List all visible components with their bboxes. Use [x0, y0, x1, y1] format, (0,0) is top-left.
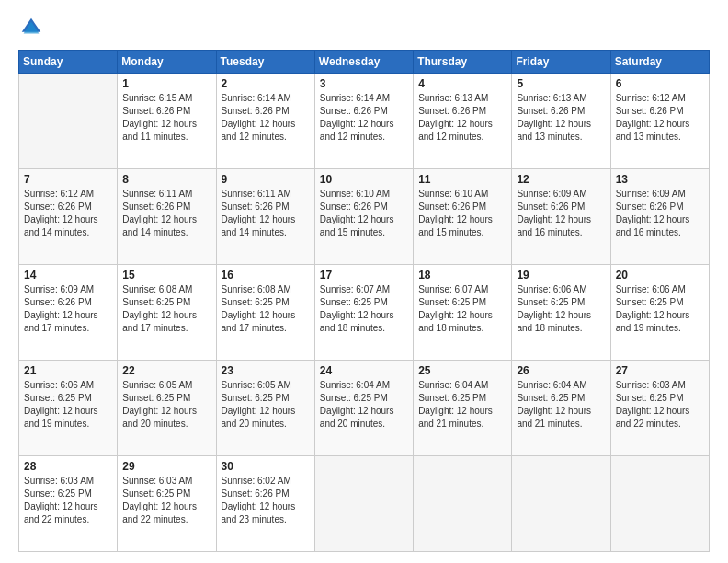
calendar-cell	[512, 456, 610, 552]
day-number: 8	[122, 173, 210, 186]
day-info: Sunrise: 6:11 AM Sunset: 6:26 PM Dayligh…	[222, 188, 310, 239]
day-info: Sunrise: 6:12 AM Sunset: 6:26 PM Dayligh…	[616, 92, 704, 144]
calendar-cell: 17Sunrise: 6:07 AM Sunset: 6:25 PM Dayli…	[314, 265, 413, 361]
calendar-cell: 27Sunrise: 6:03 AM Sunset: 6:25 PM Dayli…	[610, 361, 709, 456]
calendar-cell	[414, 456, 512, 552]
calendar-week-row: 28Sunrise: 6:03 AM Sunset: 6:25 PM Dayli…	[19, 456, 710, 552]
day-info: Sunrise: 6:09 AM Sunset: 6:26 PM Dayligh…	[517, 188, 605, 239]
calendar-cell: 19Sunrise: 6:06 AM Sunset: 6:25 PM Dayli…	[512, 265, 610, 361]
day-info: Sunrise: 6:14 AM Sunset: 6:26 PM Dayligh…	[222, 92, 310, 144]
calendar-cell: 28Sunrise: 6:03 AM Sunset: 6:25 PM Dayli…	[19, 456, 118, 552]
day-number: 27	[616, 364, 704, 377]
weekday-header-friday: Friday	[512, 51, 610, 74]
day-number: 15	[122, 269, 210, 282]
day-info: Sunrise: 6:11 AM Sunset: 6:26 PM Dayligh…	[122, 188, 210, 239]
day-number: 2	[222, 77, 310, 90]
calendar-cell: 23Sunrise: 6:05 AM Sunset: 6:25 PM Dayli…	[216, 361, 314, 456]
day-info: Sunrise: 6:03 AM Sunset: 6:25 PM Dayligh…	[122, 475, 210, 526]
weekday-header-row: SundayMondayTuesdayWednesdayThursdayFrid…	[19, 51, 710, 74]
calendar-cell: 2Sunrise: 6:14 AM Sunset: 6:26 PM Daylig…	[216, 74, 314, 169]
day-number: 14	[24, 269, 112, 282]
calendar-cell: 12Sunrise: 6:09 AM Sunset: 6:26 PM Dayli…	[512, 169, 610, 265]
day-info: Sunrise: 6:03 AM Sunset: 6:25 PM Dayligh…	[24, 475, 112, 526]
calendar-cell	[19, 74, 118, 169]
day-number: 4	[418, 77, 506, 90]
header	[18, 15, 710, 40]
calendar-cell: 24Sunrise: 6:04 AM Sunset: 6:25 PM Dayli…	[314, 361, 413, 456]
day-number: 30	[222, 460, 310, 473]
day-number: 7	[24, 173, 112, 186]
weekday-header-monday: Monday	[118, 51, 216, 74]
calendar-week-row: 7Sunrise: 6:12 AM Sunset: 6:26 PM Daylig…	[19, 169, 710, 265]
day-info: Sunrise: 6:14 AM Sunset: 6:26 PM Dayligh…	[320, 92, 408, 144]
day-info: Sunrise: 6:05 AM Sunset: 6:25 PM Dayligh…	[122, 379, 210, 431]
day-number: 5	[517, 77, 605, 90]
day-number: 29	[122, 460, 210, 473]
calendar-cell: 22Sunrise: 6:05 AM Sunset: 6:25 PM Dayli…	[118, 361, 216, 456]
day-number: 6	[616, 77, 704, 90]
weekday-header-sunday: Sunday	[19, 51, 118, 74]
calendar-cell: 21Sunrise: 6:06 AM Sunset: 6:25 PM Dayli…	[19, 361, 118, 456]
day-number: 25	[418, 364, 506, 377]
day-number: 9	[222, 173, 310, 186]
day-info: Sunrise: 6:06 AM Sunset: 6:25 PM Dayligh…	[517, 283, 605, 335]
calendar-cell: 18Sunrise: 6:07 AM Sunset: 6:25 PM Dayli…	[414, 265, 512, 361]
day-number: 16	[222, 269, 310, 282]
calendar-cell: 29Sunrise: 6:03 AM Sunset: 6:25 PM Dayli…	[118, 456, 216, 552]
calendar-cell: 16Sunrise: 6:08 AM Sunset: 6:25 PM Dayli…	[216, 265, 314, 361]
day-info: Sunrise: 6:09 AM Sunset: 6:26 PM Dayligh…	[24, 283, 112, 335]
calendar-cell: 3Sunrise: 6:14 AM Sunset: 6:26 PM Daylig…	[314, 74, 413, 169]
day-info: Sunrise: 6:08 AM Sunset: 6:25 PM Dayligh…	[122, 283, 210, 335]
calendar-table: SundayMondayTuesdayWednesdayThursdayFrid…	[18, 50, 710, 552]
day-number: 12	[517, 173, 605, 186]
day-number: 13	[616, 173, 704, 186]
logo-icon	[18, 15, 44, 40]
weekday-header-saturday: Saturday	[610, 51, 709, 74]
weekday-header-tuesday: Tuesday	[216, 51, 314, 74]
day-info: Sunrise: 6:09 AM Sunset: 6:26 PM Dayligh…	[616, 188, 704, 239]
day-number: 22	[122, 364, 210, 377]
day-number: 11	[418, 173, 506, 186]
weekday-header-thursday: Thursday	[414, 51, 512, 74]
calendar-cell: 10Sunrise: 6:10 AM Sunset: 6:26 PM Dayli…	[314, 169, 413, 265]
calendar-cell: 20Sunrise: 6:06 AM Sunset: 6:25 PM Dayli…	[610, 265, 709, 361]
calendar-cell: 4Sunrise: 6:13 AM Sunset: 6:26 PM Daylig…	[414, 74, 512, 169]
day-number: 19	[517, 269, 605, 282]
day-info: Sunrise: 6:10 AM Sunset: 6:26 PM Dayligh…	[418, 188, 506, 239]
calendar-week-row: 21Sunrise: 6:06 AM Sunset: 6:25 PM Dayli…	[19, 361, 710, 456]
day-info: Sunrise: 6:03 AM Sunset: 6:25 PM Dayligh…	[616, 379, 704, 431]
day-info: Sunrise: 6:04 AM Sunset: 6:25 PM Dayligh…	[418, 379, 506, 431]
day-number: 26	[517, 364, 605, 377]
day-number: 3	[320, 77, 408, 90]
calendar-cell: 14Sunrise: 6:09 AM Sunset: 6:26 PM Dayli…	[19, 265, 118, 361]
page: SundayMondayTuesdayWednesdayThursdayFrid…	[0, 0, 728, 563]
calendar-cell: 8Sunrise: 6:11 AM Sunset: 6:26 PM Daylig…	[118, 169, 216, 265]
day-info: Sunrise: 6:06 AM Sunset: 6:25 PM Dayligh…	[616, 283, 704, 335]
day-number: 24	[320, 364, 408, 377]
day-number: 10	[320, 173, 408, 186]
calendar-cell: 15Sunrise: 6:08 AM Sunset: 6:25 PM Dayli…	[118, 265, 216, 361]
calendar-cell	[314, 456, 413, 552]
day-info: Sunrise: 6:04 AM Sunset: 6:25 PM Dayligh…	[517, 379, 605, 431]
day-info: Sunrise: 6:12 AM Sunset: 6:26 PM Dayligh…	[24, 188, 112, 239]
day-number: 28	[24, 460, 112, 473]
calendar-cell: 1Sunrise: 6:15 AM Sunset: 6:26 PM Daylig…	[118, 74, 216, 169]
calendar-cell: 6Sunrise: 6:12 AM Sunset: 6:26 PM Daylig…	[610, 74, 709, 169]
day-number: 23	[222, 364, 310, 377]
day-info: Sunrise: 6:07 AM Sunset: 6:25 PM Dayligh…	[418, 283, 506, 335]
day-number: 20	[616, 269, 704, 282]
calendar-cell: 11Sunrise: 6:10 AM Sunset: 6:26 PM Dayli…	[414, 169, 512, 265]
day-info: Sunrise: 6:08 AM Sunset: 6:25 PM Dayligh…	[222, 283, 310, 335]
weekday-header-wednesday: Wednesday	[314, 51, 413, 74]
day-info: Sunrise: 6:15 AM Sunset: 6:26 PM Dayligh…	[122, 92, 210, 144]
day-number: 1	[122, 77, 210, 90]
day-number: 21	[24, 364, 112, 377]
day-info: Sunrise: 6:05 AM Sunset: 6:25 PM Dayligh…	[222, 379, 310, 431]
day-info: Sunrise: 6:07 AM Sunset: 6:25 PM Dayligh…	[320, 283, 408, 335]
calendar-cell: 25Sunrise: 6:04 AM Sunset: 6:25 PM Dayli…	[414, 361, 512, 456]
calendar-week-row: 1Sunrise: 6:15 AM Sunset: 6:26 PM Daylig…	[19, 74, 710, 169]
day-info: Sunrise: 6:13 AM Sunset: 6:26 PM Dayligh…	[418, 92, 506, 144]
day-number: 18	[418, 269, 506, 282]
calendar-cell: 13Sunrise: 6:09 AM Sunset: 6:26 PM Dayli…	[610, 169, 709, 265]
calendar-cell: 30Sunrise: 6:02 AM Sunset: 6:26 PM Dayli…	[216, 456, 314, 552]
